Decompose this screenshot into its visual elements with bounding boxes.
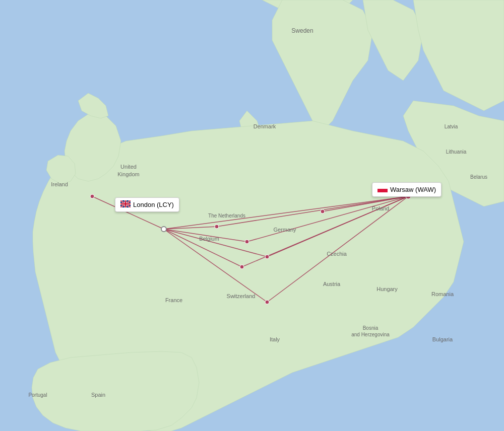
- svg-point-15: [215, 225, 219, 229]
- poland-flag-icon: [377, 185, 388, 194]
- svg-text:Denmark: Denmark: [254, 123, 276, 129]
- svg-text:Bosnia: Bosnia: [363, 325, 379, 331]
- svg-text:Switzerland: Switzerland: [227, 293, 256, 299]
- svg-text:Kingdom: Kingdom: [117, 171, 139, 177]
- svg-text:Portugal: Portugal: [28, 392, 47, 398]
- svg-text:Latvia: Latvia: [445, 124, 458, 129]
- svg-point-16: [245, 240, 249, 244]
- svg-point-14: [90, 194, 94, 198]
- svg-text:Belgium: Belgium: [199, 236, 219, 242]
- svg-point-18: [240, 265, 244, 269]
- warsaw-airport-label: Warsaw (WAW): [372, 182, 442, 197]
- uk-flag-icon: [120, 200, 131, 209]
- svg-text:United: United: [120, 164, 137, 170]
- svg-rect-49: [377, 189, 388, 192]
- svg-text:Bulgaria: Bulgaria: [432, 336, 453, 342]
- svg-text:Poland: Poland: [372, 205, 389, 211]
- svg-text:Germany: Germany: [273, 227, 296, 233]
- svg-text:Lithuania: Lithuania: [446, 149, 467, 155]
- svg-text:and Herzegovina: and Herzegovina: [351, 332, 390, 337]
- london-airport-name: London (LCY): [133, 201, 174, 208]
- map-container: Sweden Denmark Latvia Lithuania Belarus …: [0, 0, 504, 431]
- svg-text:France: France: [165, 297, 182, 303]
- svg-text:Sweden: Sweden: [291, 27, 313, 34]
- svg-text:Austria: Austria: [323, 281, 341, 287]
- svg-text:Ireland: Ireland: [51, 181, 68, 187]
- svg-point-19: [321, 209, 325, 213]
- map-svg: Sweden Denmark Latvia Lithuania Belarus …: [0, 0, 504, 431]
- london-airport-label: London (LCY): [115, 197, 179, 212]
- svg-point-22: [161, 227, 166, 232]
- svg-text:Belarus: Belarus: [470, 174, 487, 180]
- svg-rect-48: [377, 185, 388, 189]
- svg-text:Spain: Spain: [91, 392, 105, 398]
- svg-text:The Netherlands: The Netherlands: [208, 213, 245, 219]
- svg-text:Italy: Italy: [270, 336, 280, 342]
- svg-text:Hungary: Hungary: [376, 286, 398, 292]
- svg-point-17: [265, 255, 269, 259]
- svg-text:Czechia: Czechia: [327, 251, 347, 257]
- svg-point-20: [265, 300, 269, 304]
- svg-text:Romania: Romania: [431, 291, 454, 297]
- warsaw-airport-name: Warsaw (WAW): [390, 186, 436, 193]
